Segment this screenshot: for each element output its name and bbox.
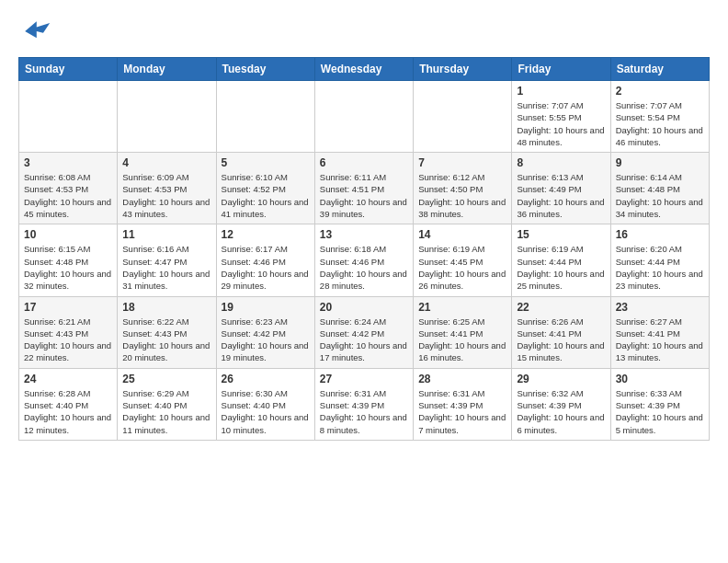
column-header-wednesday: Wednesday (314, 58, 413, 81)
day-info: Sunrise: 6:28 AM Sunset: 4:40 PM Dayligh… (24, 387, 112, 436)
day-info: Sunrise: 6:12 AM Sunset: 4:50 PM Dayligh… (418, 171, 506, 220)
day-number: 28 (418, 373, 506, 385)
day-info: Sunrise: 6:22 AM Sunset: 4:43 PM Dayligh… (122, 316, 210, 364)
calendar-cell: 14Sunrise: 6:19 AM Sunset: 4:45 PM Dayli… (414, 224, 512, 296)
header (18, 15, 710, 48)
day-info: Sunrise: 6:31 AM Sunset: 4:39 PM Dayligh… (320, 387, 408, 436)
day-info: Sunrise: 6:27 AM Sunset: 4:41 PM Dayligh… (616, 316, 704, 364)
calendar-cell: 7Sunrise: 6:12 AM Sunset: 4:50 PM Daylig… (414, 153, 512, 224)
day-info: Sunrise: 6:32 AM Sunset: 4:39 PM Dayligh… (517, 387, 605, 436)
day-info: Sunrise: 6:29 AM Sunset: 4:40 PM Dayligh… (122, 387, 210, 436)
calendar-cell: 4Sunrise: 6:09 AM Sunset: 4:53 PM Daylig… (118, 153, 216, 224)
day-number: 27 (320, 373, 408, 385)
day-number: 24 (24, 373, 112, 385)
calendar-table: SundayMondayTuesdayWednesdayThursdayFrid… (18, 57, 710, 441)
day-number: 22 (517, 301, 605, 314)
day-info: Sunrise: 6:11 AM Sunset: 4:51 PM Dayligh… (320, 171, 408, 220)
calendar-header-row: SundayMondayTuesdayWednesdayThursdayFrid… (19, 58, 710, 81)
day-number: 14 (418, 228, 506, 241)
calendar-cell: 13Sunrise: 6:18 AM Sunset: 4:46 PM Dayli… (314, 224, 413, 296)
day-number: 16 (616, 228, 704, 241)
day-number: 3 (24, 156, 112, 169)
day-number: 30 (616, 373, 704, 385)
page: SundayMondayTuesdayWednesdayThursdayFrid… (0, 0, 728, 455)
day-info: Sunrise: 6:17 AM Sunset: 4:46 PM Dayligh… (222, 243, 310, 292)
calendar-cell: 20Sunrise: 6:24 AM Sunset: 4:42 PM Dayli… (314, 296, 413, 368)
day-info: Sunrise: 6:08 AM Sunset: 4:53 PM Dayligh… (24, 171, 112, 220)
day-number: 5 (222, 156, 310, 169)
day-info: Sunrise: 6:31 AM Sunset: 4:39 PM Dayligh… (418, 387, 506, 436)
day-number: 11 (122, 228, 210, 241)
calendar-cell: 18Sunrise: 6:22 AM Sunset: 4:43 PM Dayli… (118, 296, 216, 368)
calendar-week-row: 1Sunrise: 7:07 AM Sunset: 5:55 PM Daylig… (19, 81, 710, 153)
calendar-cell (314, 81, 413, 153)
calendar-week-row: 10Sunrise: 6:15 AM Sunset: 4:48 PM Dayli… (19, 224, 710, 296)
calendar-week-row: 17Sunrise: 6:21 AM Sunset: 4:43 PM Dayli… (19, 296, 710, 368)
calendar-cell: 15Sunrise: 6:19 AM Sunset: 4:44 PM Dayli… (512, 224, 610, 296)
calendar-cell: 5Sunrise: 6:10 AM Sunset: 4:52 PM Daylig… (216, 153, 314, 224)
day-info: Sunrise: 6:16 AM Sunset: 4:47 PM Dayligh… (122, 243, 210, 292)
day-number: 13 (320, 228, 408, 241)
calendar-cell: 11Sunrise: 6:16 AM Sunset: 4:47 PM Dayli… (118, 224, 216, 296)
day-number: 1 (517, 85, 605, 98)
column-header-thursday: Thursday (414, 58, 512, 81)
day-number: 26 (222, 373, 310, 385)
day-number: 2 (616, 85, 704, 98)
calendar-cell: 21Sunrise: 6:25 AM Sunset: 4:41 PM Dayli… (414, 296, 512, 368)
day-info: Sunrise: 6:20 AM Sunset: 4:44 PM Dayligh… (616, 243, 704, 292)
day-number: 29 (517, 373, 605, 385)
day-info: Sunrise: 6:19 AM Sunset: 4:44 PM Dayligh… (517, 243, 605, 292)
calendar-cell: 17Sunrise: 6:21 AM Sunset: 4:43 PM Dayli… (19, 296, 118, 368)
day-number: 4 (122, 156, 210, 169)
day-number: 20 (320, 301, 408, 314)
day-info: Sunrise: 6:24 AM Sunset: 4:42 PM Dayligh… (320, 316, 408, 364)
day-number: 19 (222, 301, 310, 314)
column-header-saturday: Saturday (610, 58, 709, 81)
calendar-cell: 22Sunrise: 6:26 AM Sunset: 4:41 PM Dayli… (512, 296, 610, 368)
day-number: 25 (122, 373, 210, 385)
calendar-cell: 26Sunrise: 6:30 AM Sunset: 4:40 PM Dayli… (216, 368, 314, 440)
calendar-cell: 27Sunrise: 6:31 AM Sunset: 4:39 PM Dayli… (314, 368, 413, 440)
calendar-cell: 30Sunrise: 6:33 AM Sunset: 4:39 PM Dayli… (610, 368, 709, 440)
calendar-week-row: 24Sunrise: 6:28 AM Sunset: 4:40 PM Dayli… (19, 368, 710, 440)
column-header-friday: Friday (512, 58, 610, 81)
calendar-cell: 24Sunrise: 6:28 AM Sunset: 4:40 PM Dayli… (19, 368, 118, 440)
day-number: 17 (24, 301, 112, 314)
calendar-week-row: 3Sunrise: 6:08 AM Sunset: 4:53 PM Daylig… (19, 153, 710, 224)
day-info: Sunrise: 6:15 AM Sunset: 4:48 PM Dayligh… (24, 243, 112, 292)
calendar-cell: 3Sunrise: 6:08 AM Sunset: 4:53 PM Daylig… (19, 153, 118, 224)
calendar-cell: 1Sunrise: 7:07 AM Sunset: 5:55 PM Daylig… (512, 81, 610, 153)
calendar-cell: 10Sunrise: 6:15 AM Sunset: 4:48 PM Dayli… (19, 224, 118, 296)
calendar-cell: 25Sunrise: 6:29 AM Sunset: 4:40 PM Dayli… (118, 368, 216, 440)
day-number: 10 (24, 228, 112, 241)
calendar-cell (19, 81, 118, 153)
calendar-cell: 16Sunrise: 6:20 AM Sunset: 4:44 PM Dayli… (610, 224, 709, 296)
column-header-sunday: Sunday (19, 58, 118, 81)
day-info: Sunrise: 6:10 AM Sunset: 4:52 PM Dayligh… (222, 171, 310, 220)
day-number: 15 (517, 228, 605, 241)
day-info: Sunrise: 6:18 AM Sunset: 4:46 PM Dayligh… (320, 243, 408, 292)
calendar-cell: 19Sunrise: 6:23 AM Sunset: 4:42 PM Dayli… (216, 296, 314, 368)
day-info: Sunrise: 6:13 AM Sunset: 4:49 PM Dayligh… (517, 171, 605, 220)
day-number: 8 (517, 156, 605, 169)
day-info: Sunrise: 7:07 AM Sunset: 5:54 PM Dayligh… (616, 99, 704, 148)
day-number: 18 (122, 301, 210, 314)
day-info: Sunrise: 6:33 AM Sunset: 4:39 PM Dayligh… (616, 387, 704, 436)
day-number: 12 (222, 228, 310, 241)
day-info: Sunrise: 6:25 AM Sunset: 4:41 PM Dayligh… (418, 316, 506, 364)
day-info: Sunrise: 6:23 AM Sunset: 4:42 PM Dayligh… (222, 316, 310, 364)
calendar-cell: 28Sunrise: 6:31 AM Sunset: 4:39 PM Dayli… (414, 368, 512, 440)
day-info: Sunrise: 6:14 AM Sunset: 4:48 PM Dayligh… (616, 171, 704, 220)
day-info: Sunrise: 6:09 AM Sunset: 4:53 PM Dayligh… (122, 171, 210, 220)
calendar-cell (118, 81, 216, 153)
column-header-tuesday: Tuesday (216, 58, 314, 81)
calendar-cell: 8Sunrise: 6:13 AM Sunset: 4:49 PM Daylig… (512, 153, 610, 224)
day-info: Sunrise: 6:21 AM Sunset: 4:43 PM Dayligh… (24, 316, 112, 364)
calendar-cell: 2Sunrise: 7:07 AM Sunset: 5:54 PM Daylig… (610, 81, 709, 153)
day-number: 21 (418, 301, 506, 314)
calendar-cell: 29Sunrise: 6:32 AM Sunset: 4:39 PM Dayli… (512, 368, 610, 440)
logo (18, 15, 55, 48)
calendar-cell: 12Sunrise: 6:17 AM Sunset: 4:46 PM Dayli… (216, 224, 314, 296)
day-info: Sunrise: 6:26 AM Sunset: 4:41 PM Dayligh… (517, 316, 605, 364)
logo-icon (18, 15, 51, 48)
